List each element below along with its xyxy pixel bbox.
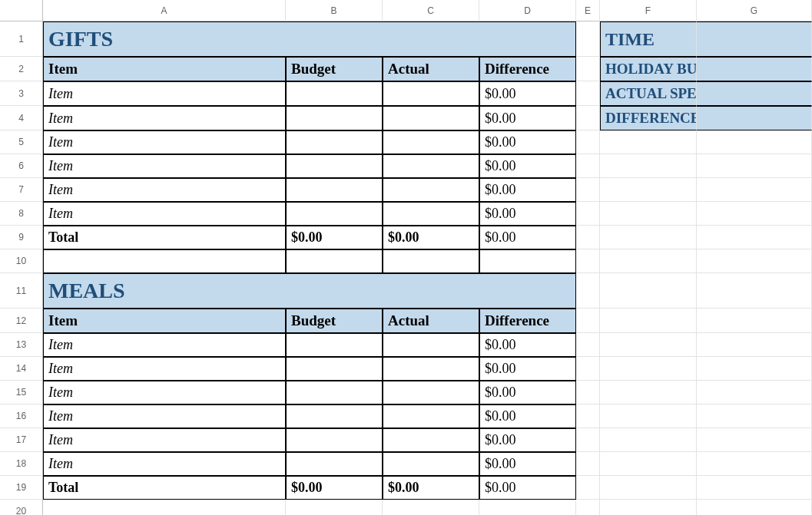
cell-F8[interactable]: [600, 202, 697, 226]
cell-F20[interactable]: [600, 500, 697, 515]
row-header-1[interactable]: 1: [0, 21, 43, 57]
summary-difference-val[interactable]: [697, 106, 812, 130]
cell-G8[interactable]: [697, 202, 812, 226]
gifts-diff-3[interactable]: $0.00: [479, 154, 576, 178]
row-header-14[interactable]: 14: [0, 357, 43, 381]
summary-actual-spent-val[interactable]: [697, 81, 812, 106]
meals-actual-0[interactable]: [383, 333, 479, 357]
col-header-F[interactable]: F: [600, 0, 697, 21]
meals-budget-4[interactable]: [286, 428, 383, 452]
cell-E11[interactable]: [576, 273, 600, 309]
cell-E17[interactable]: [576, 428, 600, 452]
row-header-11[interactable]: 11: [0, 273, 43, 309]
cell-G10[interactable]: [697, 249, 812, 273]
col-header-G[interactable]: G: [697, 0, 812, 21]
cell-D20[interactable]: [479, 500, 576, 515]
gifts-item-0[interactable]: Item: [43, 81, 286, 106]
meals-diff-3[interactable]: $0.00: [479, 404, 576, 428]
gifts-item-1[interactable]: Item: [43, 106, 286, 130]
meals-budget-5[interactable]: [286, 452, 383, 476]
row-header-9[interactable]: 9: [0, 226, 43, 249]
gifts-actual-3[interactable]: [383, 154, 479, 178]
meals-hdr-actual[interactable]: Actual: [383, 309, 479, 333]
cell-B10[interactable]: [286, 249, 383, 273]
row-header-15[interactable]: 15: [0, 381, 43, 404]
cell-G13[interactable]: [697, 333, 812, 357]
summary-difference[interactable]: DIFFERENCE: [600, 106, 697, 130]
summary-time[interactable]: TIME: [600, 21, 697, 57]
meals-diff-5[interactable]: $0.00: [479, 452, 576, 476]
row-header-4[interactable]: 4: [0, 106, 43, 130]
cell-E19[interactable]: [576, 476, 600, 500]
row-header-5[interactable]: 5: [0, 130, 43, 154]
cell-F6[interactable]: [600, 154, 697, 178]
gifts-actual-4[interactable]: [383, 178, 479, 202]
gifts-actual-1[interactable]: [383, 106, 479, 130]
gifts-item-5[interactable]: Item: [43, 202, 286, 226]
meals-item-4[interactable]: Item: [43, 428, 286, 452]
meals-total-actual[interactable]: $0.00: [383, 476, 479, 500]
cell-F9[interactable]: [600, 226, 697, 249]
cell-E1[interactable]: [576, 21, 600, 57]
cell-G18[interactable]: [697, 452, 812, 476]
meals-item-5[interactable]: Item: [43, 452, 286, 476]
cell-G15[interactable]: [697, 381, 812, 404]
cell-F10[interactable]: [600, 249, 697, 273]
gifts-item-2[interactable]: Item: [43, 130, 286, 154]
summary-holiday-budget-val[interactable]: [697, 57, 812, 81]
meals-diff-1[interactable]: $0.00: [479, 357, 576, 381]
cell-E6[interactable]: [576, 154, 600, 178]
row-header-12[interactable]: 12: [0, 309, 43, 333]
meals-item-3[interactable]: Item: [43, 404, 286, 428]
gifts-hdr-actual[interactable]: Actual: [383, 57, 479, 81]
row-header-2[interactable]: 2: [0, 57, 43, 81]
summary-time-val[interactable]: [697, 21, 812, 57]
meals-hdr-diff[interactable]: Difference: [479, 309, 576, 333]
gifts-hdr-diff[interactable]: Difference: [479, 57, 576, 81]
row-header-8[interactable]: 8: [0, 202, 43, 226]
gifts-total-label[interactable]: Total: [43, 226, 286, 249]
cell-F16[interactable]: [600, 404, 697, 428]
cell-E9[interactable]: [576, 226, 600, 249]
cell-G16[interactable]: [697, 404, 812, 428]
cell-E20[interactable]: [576, 500, 600, 515]
cell-E10[interactable]: [576, 249, 600, 273]
meals-budget-1[interactable]: [286, 357, 383, 381]
cell-E13[interactable]: [576, 333, 600, 357]
cell-G7[interactable]: [697, 178, 812, 202]
gifts-diff-4[interactable]: $0.00: [479, 178, 576, 202]
row-header-17[interactable]: 17: [0, 428, 43, 452]
summary-holiday-budget[interactable]: HOLIDAY BUDGET: [600, 57, 697, 81]
cell-F14[interactable]: [600, 357, 697, 381]
meals-diff-2[interactable]: $0.00: [479, 381, 576, 404]
meals-total-budget[interactable]: $0.00: [286, 476, 383, 500]
cell-F5[interactable]: [600, 130, 697, 154]
meals-actual-3[interactable]: [383, 404, 479, 428]
meals-hdr-item[interactable]: Item: [43, 309, 286, 333]
cell-G5[interactable]: [697, 130, 812, 154]
cell-D10[interactable]: [479, 249, 576, 273]
cell-E8[interactable]: [576, 202, 600, 226]
row-header-3[interactable]: 3: [0, 81, 43, 106]
meals-title[interactable]: MEALS: [43, 273, 576, 309]
col-header-B[interactable]: B: [286, 0, 383, 21]
meals-total-label[interactable]: Total: [43, 476, 286, 500]
cell-G14[interactable]: [697, 357, 812, 381]
gifts-budget-4[interactable]: [286, 178, 383, 202]
gifts-actual-5[interactable]: [383, 202, 479, 226]
cell-G20[interactable]: [697, 500, 812, 515]
col-header-A[interactable]: A: [43, 0, 286, 21]
gifts-budget-5[interactable]: [286, 202, 383, 226]
summary-actual-spent[interactable]: ACTUAL SPENT: [600, 81, 697, 106]
spreadsheet-grid[interactable]: A B C D E F G 1 GIFTS TIME 2 Item Budget…: [0, 0, 812, 515]
meals-item-2[interactable]: Item: [43, 381, 286, 404]
gifts-title[interactable]: GIFTS: [43, 21, 576, 57]
cell-E4[interactable]: [576, 106, 600, 130]
gifts-total-diff[interactable]: $0.00: [479, 226, 576, 249]
row-header-18[interactable]: 18: [0, 452, 43, 476]
cell-E18[interactable]: [576, 452, 600, 476]
col-header-D[interactable]: D: [479, 0, 576, 21]
gifts-budget-2[interactable]: [286, 130, 383, 154]
cell-G17[interactable]: [697, 428, 812, 452]
gifts-actual-2[interactable]: [383, 130, 479, 154]
